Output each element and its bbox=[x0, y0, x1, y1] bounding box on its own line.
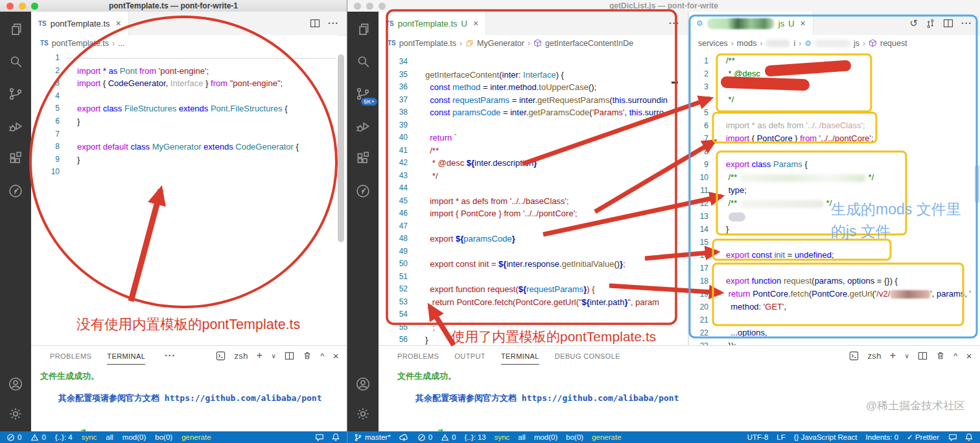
terminal-dropdown-icon[interactable]: ∨ bbox=[905, 352, 910, 359]
zoom-window-icon[interactable] bbox=[31, 3, 38, 10]
breadcrumb-file-suffix[interactable]: js bbox=[854, 39, 859, 48]
status-item-warning[interactable]: 0 bbox=[441, 433, 456, 442]
status-item[interactable]: {..}: 13 bbox=[464, 433, 485, 441]
shell-label[interactable]: zsh bbox=[234, 351, 248, 361]
traffic-lights[interactable] bbox=[6, 3, 38, 10]
compare-changes-icon[interactable] bbox=[926, 19, 935, 28]
split-terminal-icon[interactable] bbox=[285, 351, 294, 361]
status-item[interactable]: bo(0) bbox=[155, 433, 172, 441]
more-actions-icon[interactable]: ··· bbox=[328, 18, 339, 28]
status-item[interactable]: UTF-8 bbox=[747, 433, 769, 441]
status-item[interactable]: {} JavaScript React bbox=[794, 433, 858, 441]
breadcrumb-file[interactable]: pontTemplate.ts bbox=[399, 39, 456, 48]
tab-pontTemplate[interactable]: TS pontTemplate.ts U × bbox=[379, 12, 486, 35]
terminal-dropdown-icon[interactable]: ∨ bbox=[272, 352, 277, 359]
status-item[interactable]: all bbox=[518, 433, 526, 441]
status-item[interactable]: all bbox=[106, 433, 113, 441]
status-item-branch[interactable]: master* bbox=[354, 433, 391, 442]
status-item[interactable]: bo(0) bbox=[566, 433, 583, 441]
maximize-panel-icon[interactable]: ^ bbox=[320, 351, 325, 361]
accounts-icon[interactable] bbox=[355, 376, 371, 392]
close-tab-icon[interactable]: × bbox=[800, 18, 806, 28]
accounts-icon[interactable] bbox=[7, 376, 24, 392]
status-item[interactable]: generate bbox=[592, 433, 621, 441]
source-control-icon[interactable] bbox=[7, 85, 24, 102]
close-window-icon[interactable] bbox=[6, 3, 14, 10]
notifications-bell-icon[interactable] bbox=[964, 433, 974, 442]
split-editor-icon[interactable] bbox=[943, 18, 953, 28]
breadcrumb-more[interactable]: ... bbox=[118, 39, 124, 48]
status-item[interactable]: mod(0) bbox=[122, 433, 146, 441]
scrollbar[interactable] bbox=[338, 54, 344, 242]
close-tab-icon[interactable]: × bbox=[116, 18, 121, 28]
code-editor[interactable]: 3435getInterfaceContent(inter: Interface… bbox=[379, 56, 688, 345]
scrollbar[interactable] bbox=[975, 165, 979, 203]
status-item-error[interactable]: 0 bbox=[6, 433, 21, 442]
panel-tab-problems[interactable]: PROBLEMS bbox=[50, 347, 91, 365]
new-terminal-icon[interactable]: + bbox=[890, 350, 896, 361]
breadcrumb-folder[interactable]: services bbox=[698, 39, 728, 48]
breadcrumb-file[interactable]: pontTemplate.ts bbox=[52, 39, 109, 48]
breadcrumb-folder[interactable]: mods bbox=[737, 39, 757, 48]
titlebar[interactable]: pontTemplate.ts — pont-for-write-1 bbox=[0, 0, 347, 12]
status-item-cloud[interactable] bbox=[399, 433, 409, 442]
traffic-lights[interactable] bbox=[354, 3, 386, 10]
split-terminal-icon[interactable] bbox=[918, 351, 928, 361]
panel-tab-problems[interactable]: PROBLEMS bbox=[397, 347, 439, 365]
tab-pontTemplate[interactable]: TS pontTemplate.ts × bbox=[31, 12, 129, 35]
explorer-icon[interactable] bbox=[7, 21, 24, 38]
panel-tab-terminal[interactable]: TERMINAL bbox=[501, 347, 539, 365]
search-icon[interactable] bbox=[355, 53, 371, 70]
kill-terminal-icon[interactable] bbox=[936, 351, 945, 360]
zoom-window-icon[interactable] bbox=[379, 3, 386, 10]
maximize-panel-icon[interactable]: ^ bbox=[953, 351, 958, 361]
breadcrumb-method[interactable]: getInterfaceContentInDe bbox=[545, 39, 633, 48]
pont-extension-icon[interactable] bbox=[355, 183, 371, 199]
breadcrumbs[interactable]: TS pontTemplate.ts › MyGenerator › getIn… bbox=[379, 35, 688, 51]
feedback-icon[interactable] bbox=[948, 433, 957, 442]
status-item[interactable]: {..}: 4 bbox=[55, 433, 73, 441]
status-item[interactable]: Indents: 0 bbox=[866, 433, 899, 441]
breadcrumb-folder-suffix[interactable]: i bbox=[793, 39, 795, 48]
more-actions-icon[interactable]: ··· bbox=[961, 18, 972, 28]
search-icon[interactable] bbox=[7, 53, 24, 70]
extensions-icon[interactable] bbox=[355, 150, 371, 167]
breadcrumbs[interactable]: TS pontTemplate.ts › ... bbox=[31, 35, 338, 51]
split-editor-icon[interactable] bbox=[310, 18, 320, 28]
new-terminal-icon[interactable]: + bbox=[257, 350, 263, 361]
status-item-warning[interactable]: 0 bbox=[30, 433, 45, 442]
feedback-icon[interactable] bbox=[315, 433, 324, 442]
tab-generated-js[interactable]: ⚙ js U × bbox=[689, 12, 813, 35]
breadcrumbs[interactable]: services › mods › i › ⚙ js › request bbox=[689, 35, 976, 51]
minimize-window-icon[interactable] bbox=[19, 3, 26, 10]
source-control-icon[interactable]: 5K+ bbox=[355, 85, 371, 102]
panel-more-icon[interactable]: ··· bbox=[165, 350, 176, 361]
timeline-history-icon[interactable]: ↺ bbox=[909, 17, 918, 29]
close-panel-icon[interactable]: × bbox=[333, 350, 339, 361]
close-panel-icon[interactable]: × bbox=[966, 350, 972, 361]
status-item[interactable]: mod(0) bbox=[534, 433, 557, 441]
panel-tab-output[interactable]: OUTPUT bbox=[454, 347, 485, 365]
panel-tab-terminal[interactable]: TERMINAL bbox=[107, 347, 145, 365]
more-actions-icon[interactable]: ··· bbox=[669, 18, 680, 28]
kill-terminal-icon[interactable] bbox=[303, 351, 312, 360]
settings-gear-icon[interactable] bbox=[355, 405, 371, 422]
run-debug-icon[interactable] bbox=[355, 118, 371, 135]
breadcrumb-class[interactable]: MyGenerator bbox=[477, 39, 524, 48]
run-debug-icon[interactable] bbox=[7, 118, 24, 135]
close-window-icon[interactable] bbox=[354, 3, 361, 10]
pont-extension-icon[interactable] bbox=[7, 183, 24, 199]
explorer-icon[interactable] bbox=[355, 21, 371, 38]
shell-label[interactable]: zsh bbox=[867, 351, 881, 361]
status-item[interactable]: generate bbox=[181, 433, 211, 441]
notifications-bell-icon[interactable] bbox=[331, 433, 340, 442]
code-editor[interactable]: 1/**2 * @desc34 */56import * as defs fro… bbox=[689, 54, 976, 345]
code-editor[interactable]: 12import * as Pont from 'pont-engine';3i… bbox=[31, 52, 336, 343]
status-item-error[interactable]: 0 bbox=[417, 433, 432, 442]
settings-gear-icon[interactable] bbox=[7, 405, 24, 422]
status-item[interactable]: sync bbox=[495, 433, 510, 441]
status-item[interactable]: LF bbox=[776, 433, 785, 441]
panel-tab-debug-console[interactable]: DEBUG CONSOLE bbox=[555, 347, 620, 365]
minimize-window-icon[interactable] bbox=[366, 3, 373, 10]
breadcrumb-symbol[interactable]: request bbox=[880, 39, 907, 48]
